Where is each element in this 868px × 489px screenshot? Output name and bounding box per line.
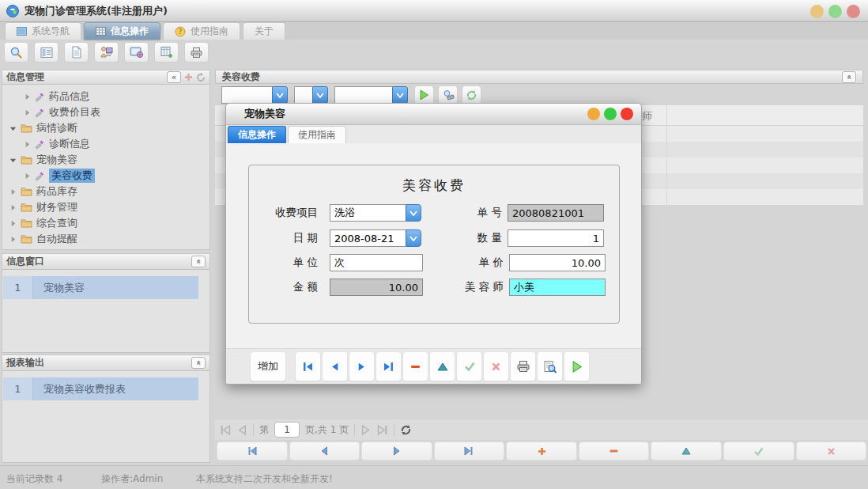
panel-title: 信息窗口 [6,255,44,268]
add-button[interactable]: 增加 [250,351,286,381]
groomer-input[interactable] [509,279,606,296]
prev-record-button[interactable] [322,351,348,381]
add-icon[interactable] [184,73,193,82]
dropdown-button[interactable] [406,204,421,222]
collapse-up-button[interactable]: « [842,71,856,83]
tree-item-price-list[interactable]: 收费价目表 [2,104,209,120]
tree-item-drug-info[interactable]: 药品信息 [2,89,209,104]
date-label: 日 期 [249,231,318,245]
nav-next-button[interactable] [361,442,432,461]
groomer-label: 美 容 师 [444,280,504,294]
cancel-record-button[interactable] [796,442,867,461]
tree-folder-finance[interactable]: 财务管理 [2,199,209,215]
column-header-groomer: 师 [642,109,652,123]
chevron-right-icon [9,204,17,211]
print-preview-button[interactable] [537,351,563,381]
quantity-input[interactable] [508,229,604,247]
last-page-button[interactable] [377,425,388,435]
table-add-button[interactable] [154,42,179,63]
post-record-button[interactable] [723,442,794,461]
tree-folder-reminder[interactable]: 自动提醒 [2,231,209,247]
printer-button[interactable] [184,42,209,63]
filter-combo-1-input[interactable] [221,86,272,104]
tab-label: 信息操作 [111,25,149,38]
dialog-toolbar: 增加 [226,348,641,384]
grid-icon [96,27,106,36]
info-management-panel: 信息管理 « 药品信息 收费价目表 病情诊断 [2,70,210,250]
tab-system-nav[interactable]: 系统导航 [5,22,81,40]
tree-item-grooming-fee[interactable]: 美容收费 [2,168,209,184]
report-button[interactable] [34,42,58,63]
app-title: 宠物门诊管理系统(非注册用户) [25,4,168,18]
unit-input[interactable] [330,254,423,271]
dropdown-button[interactable] [272,86,288,104]
filter-combo-3-input[interactable] [334,86,392,104]
tab-info-operation[interactable]: 信息操作 [84,22,160,40]
dialog-close-button[interactable] [621,108,633,120]
cancel-button[interactable] [483,351,509,381]
first-page-button[interactable] [220,425,231,435]
filter-combo-2-input[interactable] [294,86,312,104]
prev-page-button[interactable] [236,425,247,435]
nav-first-button[interactable] [217,442,288,461]
tree-item-diagnosis-info[interactable]: 诊断信息 [2,136,209,152]
tree-folder-drug-stock[interactable]: 药品库存 [2,184,209,199]
window-close-button[interactable] [847,5,860,18]
run-filter-button[interactable] [414,85,434,104]
dialog-maximize-button[interactable] [604,108,617,120]
collapse-up-button[interactable]: « [191,357,206,369]
refresh-icon[interactable] [196,73,206,82]
dialog-tab-info-operation[interactable]: 信息操作 [228,126,286,143]
unit-price-input[interactable] [509,254,606,271]
window-minimize-button[interactable] [810,5,824,18]
tree-folder-query[interactable]: 综合查询 [2,215,209,231]
dropdown-button[interactable] [392,86,408,104]
last-record-button[interactable] [376,351,402,381]
delete-record-button[interactable] [579,442,650,461]
edit-record-button[interactable] [651,442,722,461]
page-number-input[interactable] [274,422,300,438]
tool-icon [35,92,45,102]
unit-price-label: 单 价 [444,256,504,270]
refresh-button[interactable] [462,85,481,104]
collapse-left-button[interactable]: « [167,71,181,83]
run-button[interactable] [564,351,590,381]
dropdown-button[interactable] [312,86,328,104]
window-maximize-button[interactable] [828,5,842,18]
dialog-tab-user-guide[interactable]: 使用指南 [288,126,346,143]
fee-item-combo [330,204,421,222]
insert-record-button[interactable] [506,442,577,461]
post-button[interactable] [456,351,482,381]
print-button[interactable] [510,351,536,381]
user-chart-button[interactable] [94,42,119,63]
collapse-up-button[interactable]: « [191,256,206,267]
panel-title: 报表输出 [6,356,44,370]
tab-label: 信息操作 [238,128,276,142]
nav-last-button[interactable] [434,442,505,461]
refresh-pages-button[interactable] [400,424,412,436]
tab-about[interactable]: 关于 [243,22,285,40]
tab-label: 系统导航 [32,25,70,38]
panel-title: 信息管理 [6,70,44,84]
dialog-title-bar[interactable]: 宠物美容 [226,104,641,125]
nav-prev-button[interactable] [289,442,360,461]
monitor-globe-button[interactable] [124,42,149,63]
next-page-button[interactable] [360,425,372,435]
list-item[interactable]: 1 宠物美容收费报表 [3,377,198,400]
dialog-minimize-button[interactable] [587,108,600,120]
dropdown-button[interactable] [406,229,421,247]
edit-button[interactable] [429,351,455,381]
clear-filter-button[interactable] [438,85,458,104]
fee-item-input[interactable] [330,204,406,222]
tree-folder-pet-grooming[interactable]: 宠物美容 [2,152,209,168]
report-output-panel: 报表输出 « 1 宠物美容收费报表 [2,354,210,463]
document-button[interactable] [64,42,89,63]
date-input[interactable] [330,229,406,247]
delete-button[interactable] [402,351,428,381]
search-button[interactable] [4,42,28,63]
list-item[interactable]: 1 宠物美容 [3,276,198,299]
first-record-button[interactable] [295,351,321,381]
tree-folder-diagnosis[interactable]: 病情诊断 [2,120,209,136]
tab-user-guide[interactable]: ? 使用指南 [163,22,240,40]
next-record-button[interactable] [349,351,375,381]
